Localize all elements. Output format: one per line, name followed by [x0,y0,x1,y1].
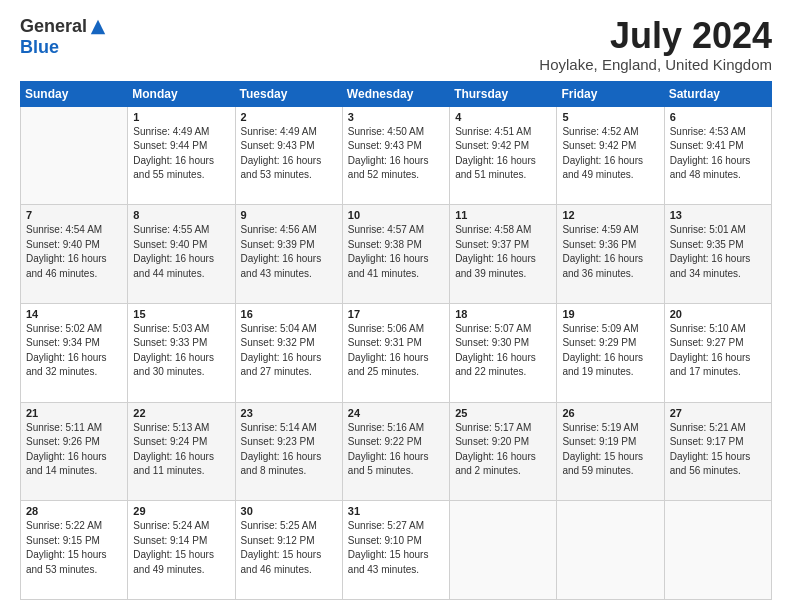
calendar-week-row: 1Sunrise: 4:49 AM Sunset: 9:44 PM Daylig… [21,106,772,205]
day-info: Sunrise: 4:59 AM Sunset: 9:36 PM Dayligh… [562,223,658,281]
day-number: 31 [348,505,444,517]
day-info: Sunrise: 4:54 AM Sunset: 9:40 PM Dayligh… [26,223,122,281]
header: General Blue July 2024 Hoylake, England,… [20,16,772,73]
table-row: 16Sunrise: 5:04 AM Sunset: 9:32 PM Dayli… [235,303,342,402]
day-number: 12 [562,209,658,221]
table-row: 18Sunrise: 5:07 AM Sunset: 9:30 PM Dayli… [450,303,557,402]
day-number: 11 [455,209,551,221]
table-row: 2Sunrise: 4:49 AM Sunset: 9:43 PM Daylig… [235,106,342,205]
day-info: Sunrise: 5:19 AM Sunset: 9:19 PM Dayligh… [562,421,658,479]
day-info: Sunrise: 5:16 AM Sunset: 9:22 PM Dayligh… [348,421,444,479]
table-row: 11Sunrise: 4:58 AM Sunset: 9:37 PM Dayli… [450,205,557,304]
table-row: 20Sunrise: 5:10 AM Sunset: 9:27 PM Dayli… [664,303,771,402]
col-thursday: Thursday [450,81,557,106]
month-title: July 2024 [539,16,772,56]
table-row: 19Sunrise: 5:09 AM Sunset: 9:29 PM Dayli… [557,303,664,402]
title-area: July 2024 Hoylake, England, United Kingd… [539,16,772,73]
day-number: 26 [562,407,658,419]
day-number: 15 [133,308,229,320]
day-info: Sunrise: 5:11 AM Sunset: 9:26 PM Dayligh… [26,421,122,479]
table-row: 12Sunrise: 4:59 AM Sunset: 9:36 PM Dayli… [557,205,664,304]
day-info: Sunrise: 5:24 AM Sunset: 9:14 PM Dayligh… [133,519,229,577]
day-info: Sunrise: 5:17 AM Sunset: 9:20 PM Dayligh… [455,421,551,479]
day-info: Sunrise: 5:21 AM Sunset: 9:17 PM Dayligh… [670,421,766,479]
day-info: Sunrise: 5:22 AM Sunset: 9:15 PM Dayligh… [26,519,122,577]
table-row: 30Sunrise: 5:25 AM Sunset: 9:12 PM Dayli… [235,501,342,600]
day-info: Sunrise: 4:51 AM Sunset: 9:42 PM Dayligh… [455,125,551,183]
day-number: 18 [455,308,551,320]
table-row: 27Sunrise: 5:21 AM Sunset: 9:17 PM Dayli… [664,402,771,501]
table-row: 4Sunrise: 4:51 AM Sunset: 9:42 PM Daylig… [450,106,557,205]
day-number: 1 [133,111,229,123]
day-number: 2 [241,111,337,123]
day-number: 4 [455,111,551,123]
table-row: 1Sunrise: 4:49 AM Sunset: 9:44 PM Daylig… [128,106,235,205]
calendar-week-row: 28Sunrise: 5:22 AM Sunset: 9:15 PM Dayli… [21,501,772,600]
day-info: Sunrise: 5:02 AM Sunset: 9:34 PM Dayligh… [26,322,122,380]
day-number: 22 [133,407,229,419]
calendar-table: Sunday Monday Tuesday Wednesday Thursday… [20,81,772,600]
day-number: 5 [562,111,658,123]
page: General Blue July 2024 Hoylake, England,… [0,0,792,612]
table-row: 26Sunrise: 5:19 AM Sunset: 9:19 PM Dayli… [557,402,664,501]
table-row: 24Sunrise: 5:16 AM Sunset: 9:22 PM Dayli… [342,402,449,501]
table-row: 25Sunrise: 5:17 AM Sunset: 9:20 PM Dayli… [450,402,557,501]
table-row: 8Sunrise: 4:55 AM Sunset: 9:40 PM Daylig… [128,205,235,304]
table-row: 23Sunrise: 5:14 AM Sunset: 9:23 PM Dayli… [235,402,342,501]
table-row [450,501,557,600]
table-row: 22Sunrise: 5:13 AM Sunset: 9:24 PM Dayli… [128,402,235,501]
day-info: Sunrise: 4:49 AM Sunset: 9:44 PM Dayligh… [133,125,229,183]
day-info: Sunrise: 4:57 AM Sunset: 9:38 PM Dayligh… [348,223,444,281]
calendar-week-row: 21Sunrise: 5:11 AM Sunset: 9:26 PM Dayli… [21,402,772,501]
day-info: Sunrise: 5:06 AM Sunset: 9:31 PM Dayligh… [348,322,444,380]
day-info: Sunrise: 5:25 AM Sunset: 9:12 PM Dayligh… [241,519,337,577]
table-row: 29Sunrise: 5:24 AM Sunset: 9:14 PM Dayli… [128,501,235,600]
location: Hoylake, England, United Kingdom [539,56,772,73]
day-info: Sunrise: 5:01 AM Sunset: 9:35 PM Dayligh… [670,223,766,281]
day-info: Sunrise: 4:49 AM Sunset: 9:43 PM Dayligh… [241,125,337,183]
day-info: Sunrise: 4:50 AM Sunset: 9:43 PM Dayligh… [348,125,444,183]
col-tuesday: Tuesday [235,81,342,106]
day-number: 9 [241,209,337,221]
logo-icon [89,18,107,36]
logo-blue-text: Blue [20,37,59,58]
calendar-week-row: 7Sunrise: 4:54 AM Sunset: 9:40 PM Daylig… [21,205,772,304]
col-saturday: Saturday [664,81,771,106]
logo: General Blue [20,16,107,58]
day-info: Sunrise: 4:55 AM Sunset: 9:40 PM Dayligh… [133,223,229,281]
table-row: 6Sunrise: 4:53 AM Sunset: 9:41 PM Daylig… [664,106,771,205]
col-sunday: Sunday [21,81,128,106]
table-row [21,106,128,205]
col-friday: Friday [557,81,664,106]
day-number: 3 [348,111,444,123]
day-info: Sunrise: 5:03 AM Sunset: 9:33 PM Dayligh… [133,322,229,380]
table-row: 31Sunrise: 5:27 AM Sunset: 9:10 PM Dayli… [342,501,449,600]
day-number: 30 [241,505,337,517]
col-monday: Monday [128,81,235,106]
day-info: Sunrise: 5:27 AM Sunset: 9:10 PM Dayligh… [348,519,444,577]
table-row: 14Sunrise: 5:02 AM Sunset: 9:34 PM Dayli… [21,303,128,402]
day-number: 7 [26,209,122,221]
table-row: 21Sunrise: 5:11 AM Sunset: 9:26 PM Dayli… [21,402,128,501]
day-number: 16 [241,308,337,320]
day-info: Sunrise: 4:56 AM Sunset: 9:39 PM Dayligh… [241,223,337,281]
table-row [557,501,664,600]
table-row: 17Sunrise: 5:06 AM Sunset: 9:31 PM Dayli… [342,303,449,402]
day-number: 13 [670,209,766,221]
table-row: 5Sunrise: 4:52 AM Sunset: 9:42 PM Daylig… [557,106,664,205]
day-info: Sunrise: 5:07 AM Sunset: 9:30 PM Dayligh… [455,322,551,380]
table-row: 10Sunrise: 4:57 AM Sunset: 9:38 PM Dayli… [342,205,449,304]
day-info: Sunrise: 5:09 AM Sunset: 9:29 PM Dayligh… [562,322,658,380]
col-wednesday: Wednesday [342,81,449,106]
day-number: 28 [26,505,122,517]
day-number: 10 [348,209,444,221]
table-row [664,501,771,600]
table-row: 7Sunrise: 4:54 AM Sunset: 9:40 PM Daylig… [21,205,128,304]
day-number: 14 [26,308,122,320]
logo-general-text: General [20,16,87,37]
day-info: Sunrise: 4:52 AM Sunset: 9:42 PM Dayligh… [562,125,658,183]
day-number: 17 [348,308,444,320]
calendar-header-row: Sunday Monday Tuesday Wednesday Thursday… [21,81,772,106]
table-row: 28Sunrise: 5:22 AM Sunset: 9:15 PM Dayli… [21,501,128,600]
day-number: 24 [348,407,444,419]
